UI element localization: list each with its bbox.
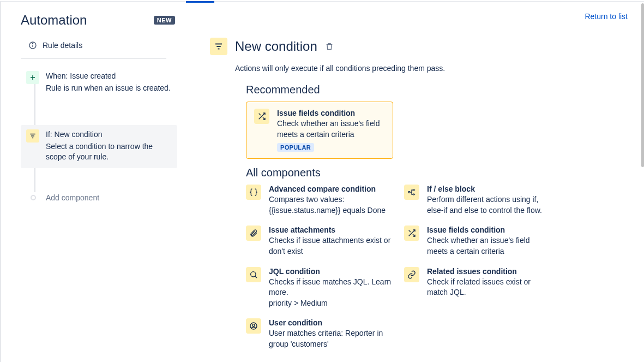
filter-icon: [26, 129, 39, 143]
recommended-heading: Recommended: [246, 84, 628, 96]
component-title: JQL condition: [269, 267, 393, 276]
branch-icon: [404, 185, 419, 200]
info-icon: [28, 41, 37, 50]
component-title: User condition: [269, 318, 393, 327]
component-card[interactable]: User conditionUser matches criteria: Rep…: [246, 318, 393, 349]
search-icon: [246, 267, 261, 282]
add-component-button[interactable]: Add component: [21, 190, 177, 206]
component-title: Related issues condition: [427, 267, 551, 276]
timeline-step-condition[interactable]: If: New condition Select a condition to …: [21, 125, 177, 168]
popular-badge: POPULAR: [277, 143, 314, 152]
svg-rect-11: [408, 192, 410, 193]
main-title: New condition: [235, 39, 317, 54]
recommended-card[interactable]: Issue fields condition Check whether an …: [246, 102, 393, 159]
add-component-label: Add component: [46, 193, 99, 202]
all-components-heading: All components: [246, 167, 628, 179]
component-card[interactable]: JQL conditionChecks if issue matches JQL…: [246, 267, 393, 309]
plus-icon: [26, 71, 39, 84]
link-icon: [404, 267, 419, 282]
component-title: If / else block: [427, 185, 551, 193]
component-title: Issue fields condition: [427, 225, 551, 234]
attachment-icon: [246, 225, 261, 241]
component-desc: Check if related issues exist or match J…: [427, 277, 551, 298]
component-desc: Check whether an issue's field meets a c…: [277, 118, 385, 140]
svg-point-12: [251, 271, 256, 276]
return-to-list-link[interactable]: Return to list: [585, 12, 628, 21]
step-desc: Select a condition to narrow the scope o…: [46, 141, 172, 163]
svg-point-15: [252, 324, 255, 327]
component-desc: User matches criteria: Reporter in group…: [269, 328, 393, 349]
timeline-step-trigger[interactable]: When: Issue created Rule is run when an …: [21, 67, 177, 99]
user-icon: [246, 318, 261, 334]
new-badge: NEW: [154, 16, 175, 25]
step-desc: Rule is run when an issue is created.: [46, 83, 171, 94]
component-card[interactable]: Related issues conditionCheck if related…: [404, 267, 551, 309]
shuffle-icon: [404, 225, 419, 241]
component-title: Advanced compare condition: [269, 185, 393, 193]
braces-icon: [246, 185, 261, 200]
filter-icon: [210, 38, 227, 55]
component-desc: Checks if issue matches JQL. Learn more.…: [269, 277, 393, 309]
step-title: If: New condition: [46, 129, 172, 140]
component-desc: Checks if issue attachments exist or don…: [269, 235, 393, 257]
scrollbar[interactable]: [641, 3, 644, 362]
main-subtitle: Actions will only execute if all conditi…: [235, 64, 628, 73]
component-card[interactable]: Advanced compare conditionCompares two v…: [246, 185, 393, 216]
component-desc: Perform different actions using if, else…: [427, 194, 551, 216]
rule-details-button[interactable]: Rule details: [10, 32, 177, 58]
component-title: Issue attachments: [269, 225, 393, 234]
component-card[interactable]: Issue fields conditionCheck whether an i…: [404, 225, 551, 257]
rule-details-label: Rule details: [43, 41, 82, 50]
component-card[interactable]: If / else blockPerform different actions…: [404, 185, 551, 216]
timeline-dot-icon: [31, 195, 36, 200]
step-title: When: Issue created: [46, 71, 171, 82]
shuffle-icon: [254, 109, 269, 124]
component-card[interactable]: Issue attachmentsChecks if issue attachm…: [246, 225, 393, 257]
component-desc: Check whether an issue's field meets a c…: [427, 235, 551, 257]
delete-button[interactable]: [325, 42, 334, 51]
component-desc: Compares two values: {{issue.status.name…: [269, 194, 393, 216]
component-title: Issue fields condition: [277, 109, 385, 117]
svg-point-2: [32, 43, 33, 44]
svg-line-13: [255, 276, 257, 277]
page-title: Automation: [21, 13, 148, 28]
